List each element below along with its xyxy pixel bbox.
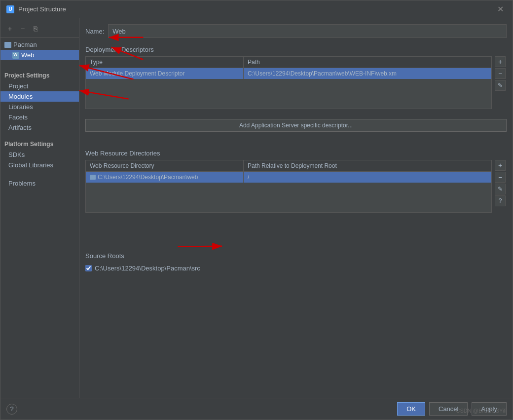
tree-item-pacman-label: Pacman xyxy=(13,41,37,48)
th-type: Type xyxy=(86,57,244,68)
deployment-remove-btn[interactable]: − xyxy=(495,68,506,79)
deployment-table-wrapper: Type Path Web Module Deployment Descript… xyxy=(85,56,492,115)
add-descriptor-button[interactable]: Add Application Server specific descript… xyxy=(85,119,507,132)
name-input[interactable] xyxy=(108,24,507,38)
project-settings-label: Project Settings xyxy=(0,68,79,81)
web-resource-table: Web Resource Directory Path Relative to … xyxy=(85,160,492,213)
sidebar: + − ⎘ Pacman Web Project Settings Projec… xyxy=(0,18,79,398)
folder-icon-small xyxy=(90,175,96,180)
problems-section: Problems xyxy=(0,178,79,189)
sidebar-item-facets[interactable]: Facets xyxy=(0,112,79,122)
th-web-dir: Web Resource Directory xyxy=(86,160,244,171)
sidebar-item-problems[interactable]: Problems xyxy=(0,178,79,189)
web-resource-section-title: Web Resource Directories xyxy=(85,150,507,157)
footer: ? OK Cancel Apply xyxy=(0,398,513,420)
deployment-add-btn[interactable]: + xyxy=(495,56,506,67)
web-resource-edit-btn[interactable]: ✎ xyxy=(495,184,506,194)
tree: Pacman Web xyxy=(0,38,79,62)
deployment-table-header: Type Path xyxy=(86,57,491,68)
name-row: Name: xyxy=(85,24,507,38)
content-area: + − ⎘ Pacman Web Project Settings Projec… xyxy=(0,18,513,398)
web-resource-row-dir: C:\Users\12294\Desktop\Pacman\web xyxy=(86,172,244,183)
deployment-actions: + − ✎ xyxy=(495,56,506,91)
sidebar-item-project[interactable]: Project xyxy=(0,81,79,91)
sidebar-item-global-libraries[interactable]: Global Libraries xyxy=(0,160,79,170)
title-bar: U Project Structure ✕ xyxy=(0,0,513,18)
web-resource-table-header: Web Resource Directory Path Relative to … xyxy=(86,160,491,172)
th-web-path: Path Relative to Deployment Root xyxy=(244,160,491,171)
tree-item-web-label: Web xyxy=(21,51,35,59)
tree-item-pacman[interactable]: Pacman xyxy=(0,39,79,50)
folder-icon xyxy=(4,42,11,48)
section-gap-3 xyxy=(85,232,507,242)
section-gap xyxy=(85,140,507,150)
source-root-path: C:\Users\12294\Desktop\Pacman\src xyxy=(95,265,200,272)
name-label: Name: xyxy=(85,28,104,35)
copy-button[interactable]: ⎘ xyxy=(30,23,41,34)
section-gap-4 xyxy=(85,242,507,252)
sidebar-toolbar: + − ⎘ xyxy=(0,20,79,38)
web-resource-table-wrapper: Web Resource Directory Path Relative to … xyxy=(85,160,492,219)
deployment-table-empty-space xyxy=(86,79,491,109)
remove-button[interactable]: − xyxy=(17,23,28,34)
source-root-checkbox[interactable] xyxy=(85,265,92,271)
main-panel: Name: Deployment Descriptors Type Path W… xyxy=(79,18,513,398)
deployment-row-path: C:\Users\12294\Desktop\Pacman\web\WEB-IN… xyxy=(244,68,491,79)
platform-settings-label: Platform Settings xyxy=(0,137,79,150)
source-root-row: C:\Users\12294\Desktop\Pacman\src xyxy=(85,263,507,274)
sidebar-item-artifacts[interactable]: Artifacts xyxy=(0,122,79,133)
add-button[interactable]: + xyxy=(4,23,15,34)
sidebar-item-modules[interactable]: Modules xyxy=(0,91,79,102)
source-roots-title: Source Roots xyxy=(85,252,507,260)
module-icon xyxy=(12,52,19,59)
close-button[interactable]: ✕ xyxy=(494,3,507,15)
sidebar-item-sdks[interactable]: SDKs xyxy=(0,150,79,160)
web-resource-add-btn[interactable]: + xyxy=(495,160,506,171)
web-resource-remove-btn[interactable]: − xyxy=(495,172,506,183)
project-settings-section: Project Settings Project Modules Librari… xyxy=(0,68,79,133)
watermark: CSDN @BIGBOSYifi xyxy=(456,408,507,414)
ok-button[interactable]: OK xyxy=(397,402,425,416)
web-resource-row-path: / xyxy=(244,172,491,183)
deployment-row-type: Web Module Deployment Descriptor xyxy=(86,68,244,79)
web-resource-row[interactable]: C:\Users\12294\Desktop\Pacman\web / xyxy=(86,172,491,183)
deployment-section-title: Deployment Descriptors xyxy=(85,46,507,53)
deployment-table-row[interactable]: Web Module Deployment Descriptor C:\User… xyxy=(86,68,491,79)
sidebar-item-libraries[interactable]: Libraries xyxy=(0,102,79,112)
th-path: Path xyxy=(244,57,491,68)
help-button[interactable]: ? xyxy=(6,404,17,415)
dialog-title: Project Structure xyxy=(18,5,66,13)
app-icon: U xyxy=(6,5,14,13)
deployment-table: Type Path Web Module Deployment Descript… xyxy=(85,56,492,109)
section-gap-2 xyxy=(85,223,507,232)
web-resource-help-btn[interactable]: ? xyxy=(495,195,506,206)
platform-settings-section: Platform Settings SDKs Global Libraries xyxy=(0,137,79,170)
web-resource-actions: + − ✎ ? xyxy=(495,160,506,206)
web-resource-dir-text: C:\Users\12294\Desktop\Pacman\web xyxy=(98,174,198,181)
tree-item-web[interactable]: Web xyxy=(0,50,79,60)
footer-left: ? xyxy=(6,404,17,415)
title-bar-left: U Project Structure xyxy=(6,5,66,13)
deployment-edit-btn[interactable]: ✎ xyxy=(495,80,506,91)
web-resource-empty-space xyxy=(86,183,491,212)
project-structure-dialog: U Project Structure ✕ + − ⎘ Pacman Web xyxy=(0,0,513,420)
